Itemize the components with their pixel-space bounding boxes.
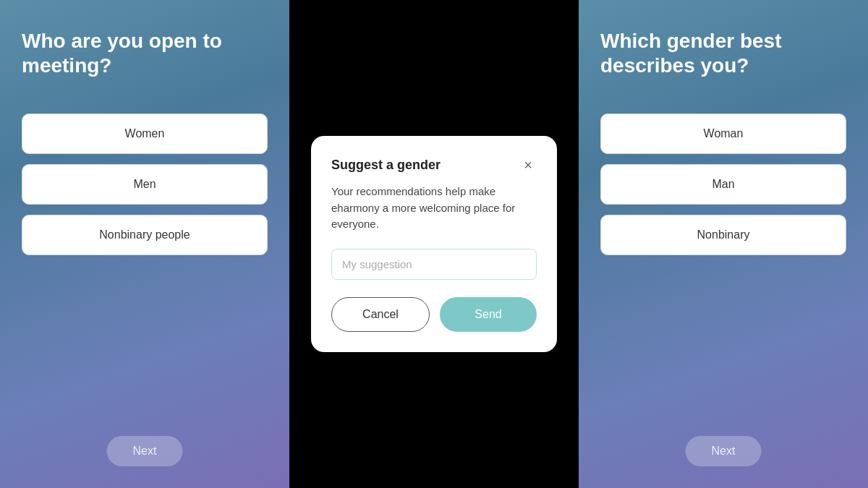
modal-header: Suggest a gender ×	[331, 156, 537, 174]
right-options-list: Woman Man Nonbinary	[600, 114, 846, 255]
left-options-list: Women Men Nonbinary people	[22, 114, 268, 255]
middle-panel: Suggest a gender × Your recommendations …	[289, 0, 579, 488]
left-panel: Who are you open to meeting? Women Men N…	[0, 0, 289, 488]
cancel-button[interactable]: Cancel	[331, 297, 430, 332]
right-option-man[interactable]: Man	[600, 164, 846, 205]
left-option-nonbinary[interactable]: Nonbinary people	[22, 215, 268, 255]
close-modal-button[interactable]: ×	[519, 156, 537, 174]
right-panel: Which gender best describes you? Woman M…	[579, 0, 868, 488]
left-panel-title: Who are you open to meeting?	[22, 29, 268, 77]
modal-title: Suggest a gender	[331, 158, 441, 173]
left-option-men[interactable]: Men	[22, 164, 268, 205]
right-option-nonbinary[interactable]: Nonbinary	[600, 215, 846, 255]
left-option-women[interactable]: Women	[22, 114, 268, 154]
right-panel-title: Which gender best describes you?	[600, 29, 846, 77]
modal-description: Your recommendations help make eharmony …	[331, 184, 537, 233]
right-option-woman[interactable]: Woman	[600, 114, 846, 154]
left-next-button[interactable]: Next	[107, 436, 183, 466]
modal-actions: Cancel Send	[331, 297, 537, 332]
right-next-button[interactable]: Next	[686, 436, 762, 466]
suggestion-input[interactable]	[331, 249, 537, 280]
suggest-gender-modal: Suggest a gender × Your recommendations …	[311, 136, 557, 352]
send-button[interactable]: Send	[440, 297, 537, 332]
